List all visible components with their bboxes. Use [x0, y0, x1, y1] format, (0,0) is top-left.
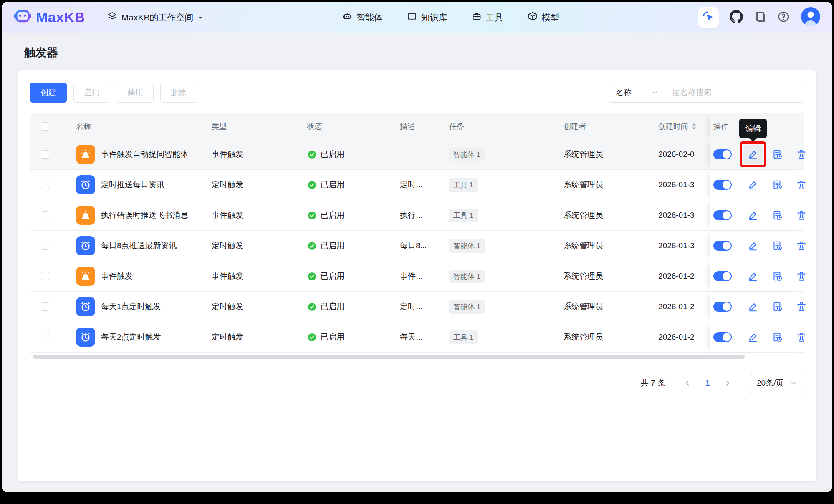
trigger-creator: 系统管理员 [564, 240, 658, 251]
divider [96, 11, 96, 24]
edit-button[interactable] [743, 297, 763, 316]
header-created-at[interactable]: 创建时间 [658, 121, 710, 131]
row-actions [710, 231, 804, 261]
trigger-name[interactable]: 每天2点定时触发 [101, 332, 161, 343]
trash-icon [796, 179, 807, 190]
trigger-description: 每天... [400, 332, 449, 343]
edit-button[interactable] [743, 206, 763, 225]
maxkb-logo[interactable]: MaxKB [13, 8, 85, 28]
edit-button[interactable] [743, 267, 763, 286]
row-checkbox[interactable] [41, 181, 49, 189]
trigger-name[interactable]: 执行错误时推送飞书消息 [101, 210, 188, 221]
docs-button[interactable] [754, 10, 766, 25]
task-badge: 智能体 1 [449, 239, 485, 253]
edit-button[interactable] [743, 175, 763, 194]
enable-toggle[interactable] [713, 180, 732, 190]
edit-button[interactable] [743, 236, 763, 255]
edit-tooltip: 编辑 [739, 119, 767, 138]
guide-cursor-button[interactable] [698, 7, 719, 28]
row-checkbox[interactable] [41, 272, 49, 280]
question-circle-icon [777, 10, 790, 25]
run-log-button[interactable] [768, 145, 787, 164]
row-checkbox[interactable] [41, 242, 49, 250]
trash-icon [796, 240, 807, 251]
delete-button[interactable] [792, 328, 811, 347]
task-badge: 工具 1 [449, 209, 478, 222]
next-page-button[interactable] [720, 376, 735, 390]
trigger-name[interactable]: 每日8点推送最新资讯 [101, 240, 177, 251]
agent-icon [342, 11, 352, 23]
trigger-status: 已启用 [307, 301, 400, 312]
run-log-button[interactable] [768, 328, 787, 347]
delete-button[interactable] [792, 236, 811, 255]
trigger-name[interactable]: 事件触发自动提问智能体 [101, 149, 188, 160]
user-avatar[interactable] [801, 7, 821, 28]
run-log-button[interactable] [768, 236, 787, 255]
trigger-name[interactable]: 定时推送每日资讯 [101, 179, 164, 190]
trigger-description: 每日8... [400, 240, 449, 251]
trigger-status: 已启用 [307, 210, 400, 221]
edit-button[interactable] [743, 145, 763, 164]
delete-button[interactable] [792, 175, 811, 194]
edit-pencil-icon [748, 149, 758, 160]
scrollbar-thumb[interactable] [33, 355, 745, 359]
trigger-type: 定时触发 [212, 332, 307, 343]
status-enabled-icon [307, 180, 317, 190]
github-button[interactable] [730, 10, 743, 25]
enable-button[interactable]: 启用 [73, 83, 110, 103]
trigger-type-icon [76, 297, 95, 316]
row-checkbox[interactable] [41, 302, 49, 311]
row-checkbox[interactable] [41, 211, 49, 219]
search-field-label: 名称 [616, 87, 632, 98]
edit-button[interactable] [743, 328, 763, 347]
enable-toggle[interactable] [713, 332, 732, 342]
sort-icon[interactable] [692, 122, 697, 131]
enable-toggle[interactable] [713, 241, 732, 251]
edit-pencil-icon [748, 210, 758, 221]
cursor-click-icon [702, 10, 715, 25]
table-row: 定时推送每日资讯 定时触发 已启用 定时... 工具 1 系统管理员 2026-… [30, 170, 804, 200]
enable-toggle[interactable] [713, 302, 732, 312]
enable-toggle[interactable] [713, 271, 732, 281]
row-actions: 编辑 [710, 139, 804, 169]
prev-page-button[interactable] [680, 376, 695, 390]
delete-button[interactable] [792, 297, 811, 316]
run-log-icon [772, 271, 783, 282]
run-log-button[interactable] [768, 175, 787, 194]
page-size-select[interactable]: 20条/页 [750, 373, 804, 393]
workspace-selector[interactable]: MaxKB的工作空间 [107, 11, 204, 23]
enable-toggle[interactable] [713, 210, 732, 220]
search-input[interactable] [665, 88, 804, 97]
search-field-selector[interactable]: 名称 [609, 87, 665, 98]
trash-icon [796, 332, 807, 343]
nav-label: 工具 [486, 12, 503, 23]
task-badge: 工具 1 [449, 330, 478, 344]
nav-item-tools[interactable]: 工具 [472, 11, 503, 23]
trigger-name[interactable]: 事件触发 [101, 271, 133, 282]
run-log-button[interactable] [768, 206, 787, 225]
select-all-checkbox[interactable] [41, 122, 49, 131]
status-label: 已启用 [321, 149, 344, 160]
delete-button[interactable] [792, 145, 811, 164]
create-button[interactable]: 创建 [30, 83, 67, 103]
nav-item-agents[interactable]: 智能体 [342, 11, 383, 23]
trash-icon [796, 210, 807, 221]
delete-button[interactable] [792, 206, 811, 225]
nav-item-models[interactable]: 模型 [528, 11, 559, 23]
run-log-button[interactable] [768, 297, 787, 316]
delete-selected-button[interactable]: 删除 [160, 83, 197, 103]
disable-button[interactable]: 禁用 [117, 83, 154, 103]
row-checkbox[interactable] [41, 150, 49, 159]
toolbar: 创建 启用 禁用 删除 名称 [30, 83, 804, 103]
nav-item-knowledge[interactable]: 知识库 [407, 11, 447, 23]
current-page[interactable]: 1 [700, 378, 715, 388]
status-label: 已启用 [321, 271, 344, 282]
help-button[interactable] [777, 10, 790, 25]
enable-toggle[interactable] [713, 149, 732, 159]
model-icon [528, 11, 538, 23]
row-checkbox[interactable] [41, 333, 49, 341]
delete-button[interactable] [792, 267, 811, 286]
table-row: 每日8点推送最新资讯 定时触发 已启用 每日8... 智能体 1 系统管理员 2… [30, 231, 804, 261]
trigger-name[interactable]: 每天1点定时触发 [101, 301, 161, 312]
run-log-button[interactable] [768, 267, 787, 286]
